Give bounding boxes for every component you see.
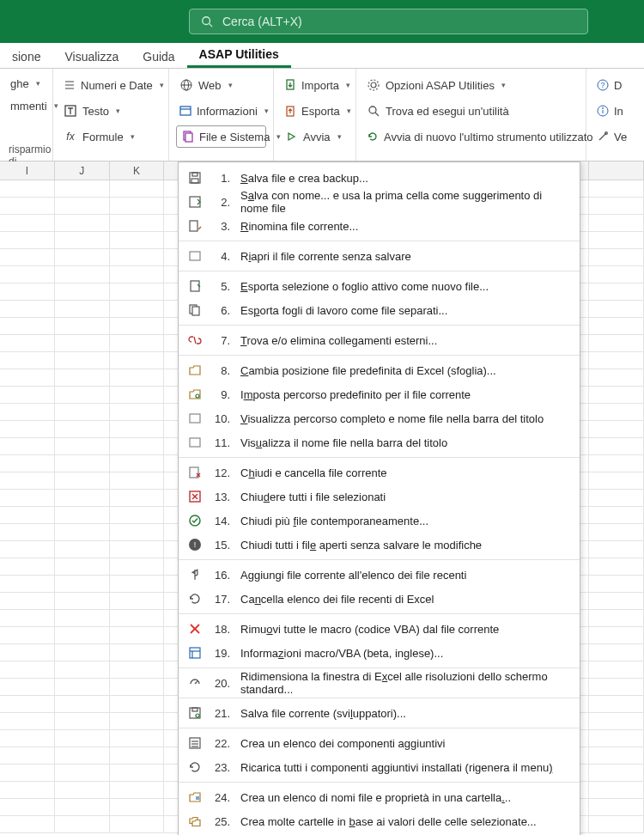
ribbon-comments[interactable]: mmenti▾ [7, 96, 46, 115]
menu-item[interactable]: 6.Esporta fogli di lavoro come file sepa… [179, 298, 580, 322]
cell[interactable] [589, 438, 644, 454]
col-header[interactable] [589, 162, 644, 180]
search-input[interactable]: Cerca (ALT+X) [189, 9, 588, 34]
cell[interactable] [0, 558, 55, 575]
col-header[interactable]: J [55, 162, 110, 180]
menu-item[interactable]: 13.Chiudere tutti i file selezionati [179, 485, 580, 509]
cell[interactable] [55, 799, 110, 815]
cell[interactable] [589, 696, 644, 712]
menu-item[interactable]: 21.Salva file corrente (sviluppatori)... [179, 701, 580, 725]
tab-revisione[interactable]: sione [0, 45, 52, 68]
cell[interactable] [0, 301, 55, 317]
cell[interactable] [110, 318, 165, 334]
cell[interactable] [589, 524, 644, 540]
cell[interactable] [589, 593, 644, 609]
menu-item[interactable]: 18.Rimuovi tutte le macro (codice VBA) d… [179, 617, 580, 641]
cell[interactable] [0, 438, 55, 454]
cell[interactable] [589, 661, 644, 678]
menu-item[interactable]: !15.Chiudi tutti i file aperti senza sal… [179, 533, 580, 557]
cell[interactable] [589, 541, 644, 558]
cell[interactable] [110, 713, 165, 729]
cell[interactable] [589, 455, 644, 472]
cell[interactable] [55, 576, 110, 592]
cell[interactable] [589, 713, 644, 729]
menu-item[interactable]: 7.Trova e/o elimina collegamenti esterni… [179, 328, 580, 352]
cell[interactable] [0, 215, 55, 231]
cell[interactable] [589, 507, 644, 523]
ribbon-opzioni[interactable]: Opzioni ASAP Utilities▾ [363, 74, 579, 96]
cell[interactable] [110, 610, 165, 626]
cell[interactable] [55, 816, 110, 832]
cell[interactable] [0, 713, 55, 729]
cell[interactable] [55, 404, 110, 420]
cell[interactable] [589, 679, 644, 695]
ribbon-avvia[interactable]: Avvia▾ [281, 125, 349, 148]
cell[interactable] [0, 799, 55, 815]
menu-item[interactable]: 16.Aggiungi file corrente all'elenco dei… [179, 563, 580, 587]
cell[interactable] [0, 627, 55, 643]
cell[interactable] [0, 730, 55, 747]
cell[interactable] [55, 713, 110, 729]
cell[interactable] [55, 696, 110, 712]
cell[interactable] [0, 696, 55, 712]
menu-item[interactable]: 8.Cambia posizione file predefinita di E… [179, 358, 580, 382]
menu-item[interactable]: 1.Salva file e crea backup... [179, 166, 580, 190]
cell[interactable] [110, 627, 165, 643]
cell[interactable] [0, 593, 55, 609]
ribbon-help[interactable]: ? D [593, 74, 623, 96]
ribbon-esporta[interactable]: Esporta▾ [281, 100, 349, 122]
cell[interactable] [589, 472, 644, 489]
spreadsheet-grid[interactable]: I J K S 1.Salva file e crea backup...2.S… [0, 162, 644, 835]
cell[interactable] [110, 816, 165, 832]
cell[interactable] [0, 644, 55, 661]
cell[interactable] [55, 421, 110, 437]
cell[interactable] [0, 387, 55, 403]
cell[interactable] [55, 747, 110, 764]
cell[interactable] [0, 249, 55, 265]
ribbon-version[interactable]: Ve [593, 125, 623, 148]
cell[interactable] [55, 627, 110, 643]
cell[interactable] [0, 352, 55, 369]
cell[interactable] [55, 593, 110, 609]
ribbon-trova[interactable]: Trova ed esegui un'utilità [363, 100, 579, 122]
cell[interactable] [110, 730, 165, 747]
cell[interactable] [0, 335, 55, 351]
cell[interactable] [55, 249, 110, 265]
cell[interactable] [55, 507, 110, 523]
cell[interactable] [110, 782, 165, 798]
cell[interactable] [55, 610, 110, 626]
cell[interactable] [589, 627, 644, 643]
cell[interactable] [589, 249, 644, 265]
cell[interactable] [55, 541, 110, 558]
cell[interactable] [0, 765, 55, 781]
cell[interactable] [0, 661, 55, 678]
cell[interactable] [55, 266, 110, 283]
cell[interactable] [55, 387, 110, 403]
menu-item[interactable]: 14.Chiudi più file contemporaneamente... [179, 509, 580, 533]
menu-item[interactable]: 17.Cancella elenco dei file recenti di E… [179, 587, 580, 611]
cell[interactable] [110, 215, 165, 231]
cell[interactable] [55, 661, 110, 678]
cell[interactable] [589, 765, 644, 781]
ribbon-formule[interactable]: fx Formule▾ [60, 125, 161, 148]
cell[interactable] [589, 283, 644, 300]
cell[interactable] [589, 335, 644, 351]
cell[interactable] [0, 679, 55, 695]
cell[interactable] [0, 490, 55, 506]
cell[interactable] [589, 198, 644, 214]
cell[interactable] [55, 318, 110, 334]
cell[interactable] [110, 593, 165, 609]
cell[interactable] [589, 387, 644, 403]
cell[interactable] [55, 335, 110, 351]
cell[interactable] [589, 558, 644, 575]
menu-item[interactable]: 3.Rinomina file corrente... [179, 214, 580, 238]
cell[interactable] [0, 266, 55, 283]
menu-item[interactable]: 23.Ricarica tutti i componenti aggiuntiv… [179, 755, 580, 779]
cell[interactable] [0, 747, 55, 764]
cell[interactable] [589, 730, 644, 747]
menu-item[interactable]: 25.Crea molte cartelle in base ai valori… [179, 809, 580, 833]
cell[interactable] [55, 232, 110, 248]
cell[interactable] [589, 490, 644, 506]
menu-item[interactable]: 10.Visualizza percorso completo e nome f… [179, 406, 580, 430]
cell[interactable] [55, 215, 110, 231]
